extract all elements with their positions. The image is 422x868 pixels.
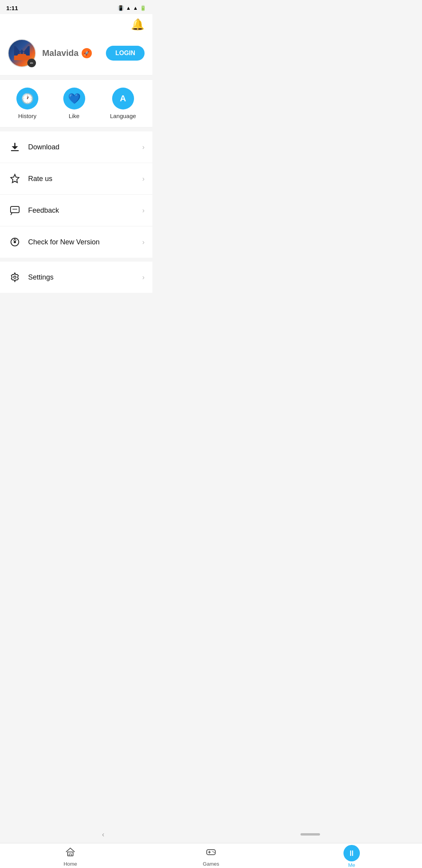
- settings-icon: [8, 270, 22, 284]
- notification-bell-icon[interactable]: 🔔: [131, 18, 145, 31]
- action-language[interactable]: A Language: [110, 88, 136, 119]
- feedback-icon: [8, 203, 22, 217]
- top-bar: 🔔: [0, 14, 152, 34]
- rocket-icon: 🚀: [84, 50, 89, 56]
- profile-section: ✏ Malavida 🚀 LOGIN: [0, 34, 152, 75]
- menu-section: Download › Rate us › Feedback ›: [0, 131, 152, 258]
- signal-icon: ▲: [133, 5, 138, 11]
- rate-us-chevron-icon: ›: [142, 175, 145, 183]
- language-icon-circle: A: [112, 88, 134, 109]
- action-like[interactable]: 💙 Like: [63, 88, 85, 119]
- download-label: Download: [28, 143, 142, 151]
- check-version-icon: [8, 235, 22, 249]
- action-history[interactable]: 🕐 History: [16, 88, 38, 119]
- svg-rect-4: [11, 150, 19, 151]
- avatar-edit-icon[interactable]: ✏: [27, 59, 36, 67]
- history-label: History: [18, 113, 37, 119]
- settings-section: Settings ›: [0, 262, 152, 293]
- svg-rect-8: [11, 206, 19, 213]
- pencil-icon: ✏: [30, 61, 33, 65]
- profile-name: Malavida: [42, 48, 79, 58]
- battery-icon: 🔋: [140, 5, 146, 11]
- download-icon: [8, 140, 22, 154]
- check-version-chevron-icon: ›: [142, 238, 145, 246]
- check-version-label: Check for New Version: [28, 238, 142, 246]
- svg-marker-7: [11, 174, 19, 183]
- star-icon: [8, 172, 22, 186]
- wifi-icon: ▲: [126, 5, 131, 11]
- svg-point-15: [14, 276, 16, 278]
- feedback-chevron-icon: ›: [142, 206, 145, 215]
- language-label: Language: [110, 113, 136, 119]
- download-menu-item[interactable]: Download ›: [0, 131, 152, 163]
- status-bar: 1:11 📳 ▲ ▲ 🔋: [0, 0, 152, 14]
- history-icon: 🕐: [21, 93, 34, 105]
- history-icon-circle: 🕐: [16, 88, 38, 109]
- login-button[interactable]: LOGIN: [106, 46, 145, 61]
- quick-actions: 🕐 History 💙 Like A Language: [0, 79, 152, 127]
- status-time: 1:11: [6, 5, 18, 11]
- settings-label: Settings: [28, 273, 142, 282]
- verified-rocket-badge: 🚀: [82, 48, 92, 58]
- like-icon: 💙: [68, 93, 80, 105]
- rate-us-label: Rate us: [28, 175, 142, 183]
- svg-marker-6: [12, 146, 18, 149]
- check-version-menu-item[interactable]: Check for New Version ›: [0, 226, 152, 258]
- settings-menu-item[interactable]: Settings ›: [0, 262, 152, 293]
- like-label: Like: [69, 113, 80, 119]
- rate-us-menu-item[interactable]: Rate us ›: [0, 163, 152, 195]
- language-icon: A: [120, 93, 126, 104]
- svg-marker-14: [11, 273, 18, 282]
- svg-point-12: [14, 241, 16, 243]
- status-icons: 📳 ▲ ▲ 🔋: [118, 5, 146, 11]
- profile-info: Malavida 🚀: [42, 48, 100, 58]
- avatar-wrapper: ✏: [8, 39, 36, 67]
- feedback-menu-item[interactable]: Feedback ›: [0, 195, 152, 226]
- vibrate-icon: 📳: [118, 5, 124, 11]
- feedback-label: Feedback: [28, 206, 142, 215]
- settings-chevron-icon: ›: [142, 273, 145, 282]
- download-chevron-icon: ›: [142, 143, 145, 151]
- like-icon-circle: 💙: [63, 88, 85, 109]
